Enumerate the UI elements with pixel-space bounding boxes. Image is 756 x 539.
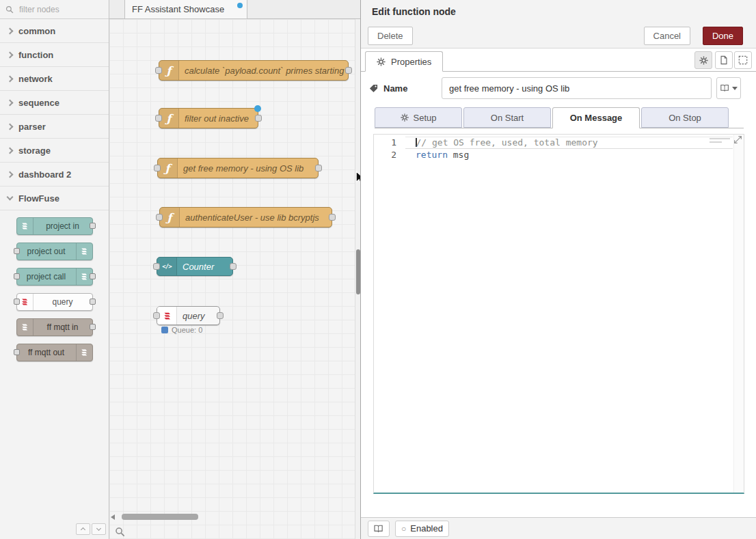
filter-nodes-input[interactable] bbox=[18, 4, 93, 15]
cancel-button[interactable]: Cancel bbox=[644, 27, 690, 45]
workspace-canvas[interactable]: FF Assistant Showcase ƒ calculate `paylo… bbox=[109, 0, 360, 539]
node-status-badge: Queue: 0 bbox=[161, 326, 202, 334]
expand-arrow-icon bbox=[733, 135, 742, 144]
expand-categories-button[interactable] bbox=[92, 523, 106, 535]
palette-node-ff-mqtt-in[interactable]: ff mqtt in bbox=[16, 318, 93, 336]
function-icon: ƒ bbox=[159, 109, 179, 128]
chevron-right-icon bbox=[7, 123, 14, 130]
output-port[interactable] bbox=[329, 214, 336, 221]
input-port[interactable] bbox=[153, 312, 160, 319]
circle-icon: ○ bbox=[401, 524, 406, 534]
canvas-horizontal-scrollbar[interactable] bbox=[111, 514, 352, 521]
palette-category-sequence[interactable]: sequence bbox=[0, 91, 109, 115]
collapse-categories-button[interactable] bbox=[76, 523, 90, 535]
palette-search[interactable] bbox=[0, 0, 109, 19]
output-port[interactable] bbox=[217, 312, 224, 319]
palette-node-ff-mqtt-out[interactable]: ff mqtt out bbox=[16, 344, 93, 361]
input-port[interactable] bbox=[155, 67, 162, 74]
input-port[interactable] bbox=[155, 115, 162, 122]
editor-scrollbar[interactable] bbox=[733, 135, 744, 493]
code-lines[interactable]: // get OS free, used, total memory retur… bbox=[405, 137, 733, 161]
flowfuse-node-list: project in project out project call qu bbox=[0, 210, 109, 372]
function-node-get-free-memory[interactable]: ƒ get free memory - using OS lib bbox=[157, 158, 319, 178]
palette-node-project-out[interactable]: project out bbox=[16, 243, 93, 260]
tab-setup[interactable]: Setup bbox=[375, 107, 462, 128]
delete-button[interactable]: Delete bbox=[368, 27, 413, 45]
function-editor-tabs: Setup On Start On Message On Stop bbox=[375, 107, 744, 128]
expand-panel-button[interactable] bbox=[734, 51, 752, 69]
canvas-vertical-scrollbar[interactable] bbox=[355, 19, 360, 539]
node-help-button[interactable] bbox=[368, 521, 390, 537]
tab-on-message[interactable]: On Message bbox=[552, 107, 640, 128]
tab-properties[interactable]: Properties bbox=[365, 51, 443, 72]
tab-label: Setup bbox=[414, 113, 437, 123]
code-editor[interactable]: 1 2 // get OS free, used, total memory r… bbox=[373, 134, 744, 494]
tag-icon bbox=[369, 84, 378, 93]
palette-footer bbox=[76, 523, 106, 535]
palette-category-function[interactable]: function bbox=[0, 43, 109, 67]
flow-tab-ff-assistant-showcase[interactable]: FF Assistant Showcase bbox=[124, 0, 247, 19]
tab-on-stop[interactable]: On Stop bbox=[641, 107, 729, 128]
code-comment: // get OS free, used, total memory bbox=[416, 137, 598, 148]
node-label: query bbox=[177, 311, 219, 321]
palette-category-flowfuse[interactable]: FlowFuse bbox=[0, 186, 109, 210]
palette-category-dashboard-2[interactable]: dashboard 2 bbox=[0, 163, 109, 186]
palette-category-parser[interactable]: parser bbox=[0, 115, 109, 139]
output-port[interactable] bbox=[345, 67, 352, 74]
node-label: authenticateUser - use lib bcryptjs bbox=[180, 212, 332, 223]
output-port[interactable] bbox=[90, 299, 96, 305]
query-node[interactable]: query bbox=[157, 306, 220, 325]
output-port[interactable] bbox=[230, 263, 237, 270]
category-label: parser bbox=[18, 122, 46, 132]
flowfuse-logo-icon bbox=[17, 319, 33, 335]
chevron-down-icon bbox=[96, 525, 101, 530]
enabled-toggle-button[interactable]: ○ Enabled bbox=[395, 521, 449, 537]
category-label: storage bbox=[18, 146, 51, 156]
function-node-calculate-primes[interactable]: ƒ calculate `payload.count` primes start… bbox=[159, 60, 349, 81]
template-node-counter[interactable]: </> Counter bbox=[157, 257, 233, 276]
docs-button[interactable] bbox=[715, 51, 733, 69]
input-port[interactable] bbox=[14, 349, 20, 355]
function-icon: ƒ bbox=[160, 208, 180, 227]
palette-node-project-call[interactable]: project call bbox=[16, 268, 93, 286]
input-port[interactable] bbox=[14, 248, 20, 254]
zoom-search-button[interactable] bbox=[115, 527, 125, 537]
tab-on-start[interactable]: On Start bbox=[463, 107, 551, 128]
function-node-filter-out-inactive[interactable]: ƒ filter out inactive bbox=[159, 108, 258, 128]
tab-label: On Start bbox=[491, 113, 524, 123]
code-line-2[interactable]: return msg bbox=[405, 149, 733, 161]
expand-editor-button[interactable] bbox=[733, 135, 743, 145]
output-port[interactable] bbox=[90, 273, 96, 279]
palette-category-network[interactable]: network bbox=[0, 67, 109, 91]
gear-icon bbox=[699, 56, 708, 65]
output-port[interactable] bbox=[315, 165, 322, 171]
settings-button[interactable] bbox=[694, 51, 712, 69]
input-port[interactable] bbox=[153, 263, 160, 270]
palette-category-storage[interactable]: storage bbox=[0, 139, 109, 163]
canvas-grid[interactable]: ƒ calculate `payload.count` primes start… bbox=[109, 19, 355, 539]
scrollbar-thumb[interactable] bbox=[122, 514, 198, 520]
status-text: Queue: 0 bbox=[172, 326, 202, 334]
output-port[interactable] bbox=[90, 324, 96, 330]
scroll-left-arrow[interactable] bbox=[111, 514, 115, 520]
palette-category-common[interactable]: common bbox=[0, 19, 109, 43]
input-port[interactable] bbox=[14, 273, 20, 279]
chevron-right-icon bbox=[7, 51, 14, 58]
input-port[interactable] bbox=[156, 214, 163, 221]
function-node-authenticate-user[interactable]: ƒ authenticateUser - use lib bcryptjs bbox=[159, 207, 332, 227]
done-button[interactable]: Done bbox=[703, 27, 743, 45]
caret-down-icon bbox=[732, 87, 738, 90]
output-port[interactable] bbox=[255, 115, 262, 122]
palette-node-query[interactable]: query bbox=[16, 293, 93, 311]
input-port[interactable] bbox=[154, 165, 161, 171]
chevron-right-icon bbox=[7, 147, 14, 154]
book-icon bbox=[374, 525, 383, 533]
flowfuse-logo-icon bbox=[17, 218, 33, 234]
palette-node-project-in[interactable]: project in bbox=[16, 217, 93, 235]
input-port[interactable] bbox=[14, 299, 20, 305]
label-options-button[interactable] bbox=[716, 77, 741, 99]
code-line-1[interactable]: // get OS free, used, total memory bbox=[405, 137, 733, 149]
output-port[interactable] bbox=[90, 223, 96, 229]
chevron-right-icon bbox=[7, 27, 14, 34]
name-input[interactable] bbox=[442, 77, 712, 99]
